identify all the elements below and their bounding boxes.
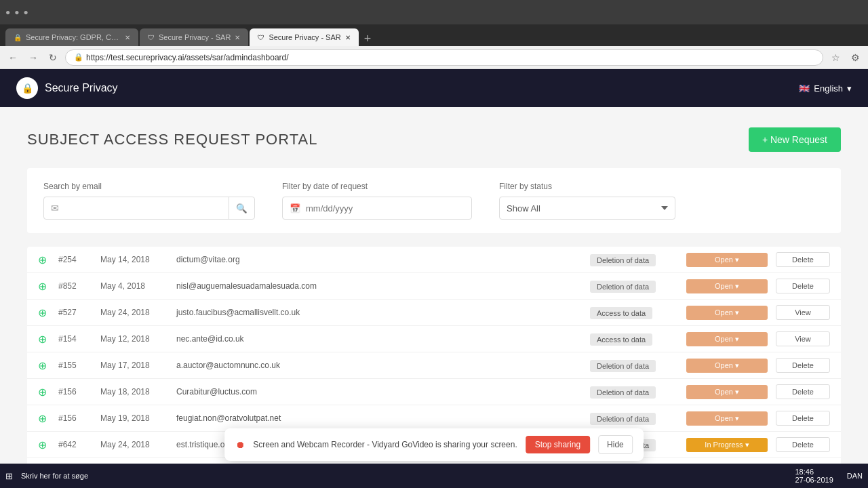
forward-button[interactable]: → <box>26 51 41 64</box>
tab-3-close[interactable]: ✕ <box>345 34 351 41</box>
language-selector[interactable]: 🇬🇧 English ▾ <box>799 83 852 94</box>
row-expand-icon[interactable]: ⊕ <box>38 412 50 425</box>
calendar-icon: 📅 <box>290 203 300 214</box>
row-action[interactable]: Delete <box>776 437 830 452</box>
delete-button[interactable]: Delete <box>776 252 830 267</box>
tab-1-close[interactable]: ✕ <box>125 34 130 41</box>
new-request-button[interactable]: + New Request <box>749 127 841 152</box>
start-button[interactable]: ⊞ <box>5 471 13 481</box>
date-input-wrap: 📅 <box>282 197 472 220</box>
type-badge: Access to data <box>590 307 652 319</box>
table-row: ⊕ #156 May 18, 2018 Curabitur@luctus.com… <box>27 379 841 405</box>
status-button[interactable]: Open ▾ <box>686 253 768 267</box>
search-button[interactable]: 🔍 <box>229 197 254 219</box>
table-row: ⊕ #254 May 14, 2018 dictum@vitae.org Del… <box>27 247 841 273</box>
delete-button[interactable]: Delete <box>776 279 830 293</box>
view-button[interactable]: View <box>776 305 830 320</box>
type-badge: Deletion of data <box>590 360 656 372</box>
row-id: #156 <box>58 413 92 423</box>
status-button[interactable]: Open ▾ <box>686 306 768 320</box>
status-button[interactable]: Open ▾ <box>686 385 768 399</box>
type-badge: Deletion of data <box>590 281 656 293</box>
bookmark-button[interactable]: ☆ <box>829 51 843 64</box>
row-action[interactable]: Delete <box>776 384 830 399</box>
row-status[interactable]: Open ▾ <box>686 279 768 293</box>
row-status[interactable]: In Progress ▾ <box>686 438 768 452</box>
delete-button[interactable]: Delete <box>776 411 830 426</box>
status-button[interactable]: In Progress ▾ <box>686 438 768 452</box>
tab-2-close[interactable]: ✕ <box>235 34 240 41</box>
table-row: ⊕ #852 May 4, 2018 nisl@auguemalesuadama… <box>27 273 841 300</box>
hide-button[interactable]: Hide <box>598 435 633 454</box>
date-input[interactable] <box>306 203 465 214</box>
table-row: ⊕ #527 May 24, 2018 justo.faucibus@acmal… <box>27 300 841 326</box>
extensions-button[interactable]: ⚙ <box>848 51 863 64</box>
delete-button[interactable]: Delete <box>776 384 830 399</box>
row-status[interactable]: Open ▾ <box>686 385 768 399</box>
new-tab-button[interactable]: + <box>360 32 376 46</box>
row-action[interactable]: Delete <box>776 252 830 267</box>
row-email: nisl@auguemalesuadamalesuada.com <box>176 281 582 291</box>
delete-button[interactable]: Delete <box>776 358 830 373</box>
row-expand-icon[interactable]: ⊕ <box>38 333 50 346</box>
row-action[interactable]: View <box>776 305 830 320</box>
row-expand-icon[interactable]: ⊕ <box>38 439 50 451</box>
reload-button[interactable]: ↻ <box>46 51 60 64</box>
stop-sharing-button[interactable]: Stop sharing <box>526 436 590 453</box>
row-action[interactable]: View <box>776 331 830 346</box>
back-button[interactable]: ← <box>5 51 20 64</box>
address-bar[interactable]: 🔒 https://test.secureprivacy.ai/assets/s… <box>65 49 823 66</box>
tab-3[interactable]: 🛡 Secure Privacy - SAR ✕ <box>250 28 358 46</box>
row-expand-icon[interactable]: ⊕ <box>38 280 50 293</box>
status-filter-label: Filter by status <box>499 182 675 191</box>
row-type: Deletion of data <box>590 413 678 424</box>
status-select[interactable]: Show All Open In Progress Closed <box>499 197 675 220</box>
tab-2[interactable]: 🛡 Secure Privacy - SAR ✕ <box>140 28 248 46</box>
screen-share-message: Screen and Webcam Recorder - Vidyard GoV… <box>253 440 517 449</box>
address-bar-row: ← → ↻ 🔒 https://test.secureprivacy.ai/as… <box>0 46 868 69</box>
row-id: #254 <box>58 255 92 264</box>
row-date: May 18, 2018 <box>100 387 168 396</box>
url-text: https://test.secureprivacy.ai/assets/sar… <box>86 53 289 62</box>
chevron-down-icon: ▾ <box>847 83 852 94</box>
status-button[interactable]: Open ▾ <box>686 359 768 373</box>
row-status[interactable]: Open ▾ <box>686 306 768 320</box>
status-button[interactable]: Open ▾ <box>686 279 768 293</box>
row-status[interactable]: Open ▾ <box>686 359 768 373</box>
taskbar: ⊞ Skriv her for at søge 18:46 27-06-2019… <box>0 464 868 488</box>
row-action[interactable]: Delete <box>776 411 830 426</box>
row-expand-icon[interactable]: ⊕ <box>38 306 50 319</box>
status-button[interactable]: Open ▾ <box>686 411 768 426</box>
tab-1[interactable]: 🔒 Secure Privacy: GDPR, CCPA &... ✕ <box>5 28 138 46</box>
email-input[interactable] <box>66 197 229 219</box>
row-status[interactable]: Open ▾ <box>686 253 768 267</box>
browser-chrome: ● ● ● <box>0 0 868 24</box>
row-action[interactable]: Delete <box>776 358 830 373</box>
row-id: #852 <box>58 281 92 291</box>
row-email: Curabitur@luctus.com <box>176 387 582 396</box>
taskbar-time: 18:46 27-06-2019 <box>795 468 838 484</box>
screen-share-icon: ⏺ <box>235 439 245 450</box>
view-button[interactable]: View <box>776 331 830 346</box>
row-type: Deletion of data <box>590 387 678 397</box>
status-button[interactable]: Open ▾ <box>686 332 768 346</box>
type-badge: Deletion of data <box>590 386 656 399</box>
row-date: May 14, 2018 <box>100 255 168 264</box>
row-date: May 4, 2018 <box>100 281 168 291</box>
search-bar[interactable]: Skriv her for at søge <box>21 472 88 480</box>
app-logo: 🔒 Secure Privacy <box>16 77 118 99</box>
row-id: #527 <box>58 308 92 317</box>
row-type: Deletion of data <box>590 361 678 371</box>
delete-button[interactable]: Delete <box>776 437 830 452</box>
email-filter: Search by email ✉ 🔍 <box>43 182 255 220</box>
row-expand-icon[interactable]: ⊕ <box>38 253 50 266</box>
row-id: #156 <box>58 387 92 396</box>
row-expand-icon[interactable]: ⊕ <box>38 386 50 399</box>
row-action[interactable]: Delete <box>776 279 830 293</box>
row-status[interactable]: Open ▾ <box>686 332 768 346</box>
row-expand-icon[interactable]: ⊕ <box>38 359 50 372</box>
filters-section: Search by email ✉ 🔍 Filter by date of re… <box>27 168 841 233</box>
row-status[interactable]: Open ▾ <box>686 411 768 426</box>
row-email: nec.ante@id.co.uk <box>176 334 582 344</box>
app-header: 🔒 Secure Privacy 🇬🇧 English ▾ <box>0 69 868 107</box>
